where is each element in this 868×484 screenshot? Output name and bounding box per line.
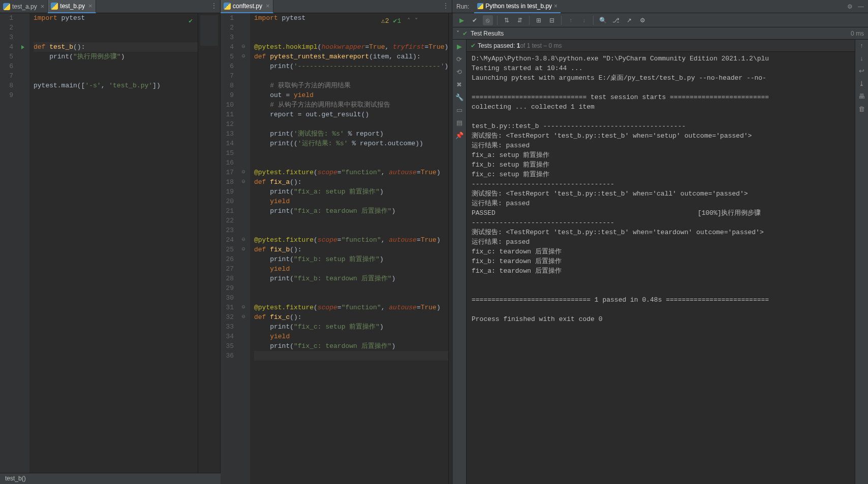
- inspection-badge[interactable]: ⚠2 ✔1 ˄ ˅: [381, 16, 418, 26]
- tab-test-a[interactable]: test_a.py ×: [0, 0, 48, 13]
- editor-minimap[interactable]: [448, 13, 453, 484]
- editor-pane-left: test_a.py × test_b.py × ⋮ 123456789 impo…: [0, 0, 221, 484]
- console-right-toolbar: ↑ ↓ ↩ ⤓ 🖶 🗑: [855, 40, 868, 484]
- rerun-button[interactable]: ▶: [456, 15, 467, 25]
- stop-icon[interactable]: ✖: [456, 81, 462, 88]
- run-sidebar: ▶ ⟳ ⟲ ✖ 🔧 ▭ ▤ 📌: [452, 40, 467, 484]
- python-file-icon: [51, 3, 58, 10]
- run-toolbar: ▶ ✔ ⦸ ⇅ ⇵ ⊞ ⊟ ↑ ↓ 🔍 ⎇ ↗ ⚙: [452, 13, 868, 27]
- expand-all-button[interactable]: ⊞: [534, 15, 544, 25]
- show-ignored-button[interactable]: ⦸: [483, 15, 493, 25]
- close-icon[interactable]: ×: [41, 3, 45, 10]
- run-config-label: Python tests in test_b.py: [485, 3, 552, 10]
- soft-wrap-icon[interactable]: ↩: [859, 67, 864, 75]
- tab-label: test_b.py: [60, 3, 85, 10]
- print-icon[interactable]: 🖶: [858, 92, 865, 100]
- python-file-icon: [3, 3, 10, 10]
- clear-all-icon[interactable]: 🗑: [858, 105, 865, 113]
- python-file-icon: [224, 3, 231, 10]
- console-wrap: ✔ Tests passed: 1 of 1 test – 0 ms D:\My…: [467, 40, 855, 484]
- scroll-down-icon[interactable]: ↓: [860, 54, 863, 62]
- tabs-left: test_a.py × test_b.py × ⋮: [0, 0, 220, 13]
- close-icon[interactable]: ×: [266, 2, 270, 10]
- import-tests-button[interactable]: ⎇: [611, 15, 621, 25]
- rerun-icon[interactable]: ▶: [457, 43, 462, 50]
- wrench-icon[interactable]: 🔧: [455, 93, 463, 101]
- prev-failed-button[interactable]: ↑: [566, 15, 576, 25]
- run-body: ▶ ⟳ ⟲ ✖ 🔧 ▭ ▤ 📌 ✔ Tests passed: 1 of 1 t…: [452, 40, 868, 484]
- console-output[interactable]: D:\MyApp\Python-3.8.8\python.exe "D:\PyC…: [467, 52, 855, 484]
- breadcrumb[interactable]: test_b(): [0, 473, 221, 484]
- minimize-icon[interactable]: —: [858, 3, 864, 10]
- test-results-header[interactable]: ˅ ✔ Test Results 0 ms: [452, 27, 868, 40]
- run-header: Run: Python tests in test_b.py × ⚙ —: [452, 0, 868, 13]
- inspection-ok-icon[interactable]: ✔: [189, 16, 193, 26]
- test-history-button[interactable]: 🔍: [598, 15, 608, 25]
- code-editor-left[interactable]: 123456789 import pytest def test_b(): pr…: [0, 13, 220, 484]
- tabs-middle: conftest.py × ⋮: [221, 0, 452, 13]
- tab-overflow-icon[interactable]: ⋮: [211, 2, 217, 9]
- tab-label: conftest.py: [233, 3, 262, 10]
- next-failed-button[interactable]: ↓: [579, 15, 589, 25]
- settings-button[interactable]: ⚙: [637, 15, 647, 25]
- chevron-down-icon: ˅: [456, 30, 459, 37]
- code-editor-middle[interactable]: 1234⊖5⊖67891011121314151617⊖18⊖192021222…: [221, 13, 452, 484]
- warning-icon: ⚠2: [381, 16, 389, 26]
- show-passed-button[interactable]: ✔: [470, 15, 480, 25]
- tab-overflow-icon[interactable]: ⋮: [443, 2, 449, 9]
- editor-minimap[interactable]: [198, 13, 220, 484]
- test-results-label: Test Results: [471, 30, 851, 37]
- run-config-tab[interactable]: Python tests in test_b.py ×: [474, 0, 561, 13]
- run-tool-window: Run: Python tests in test_b.py × ⚙ — ▶ ✔…: [452, 0, 868, 484]
- ok-icon: ✔1: [393, 16, 401, 26]
- editor-pane-middle: conftest.py × ⋮ 1234⊖5⊖67891011121314151…: [221, 0, 452, 484]
- check-icon: ✔: [471, 42, 476, 49]
- close-icon[interactable]: ×: [554, 3, 557, 10]
- pytest-icon: [477, 3, 483, 9]
- tab-test-b[interactable]: test_b.py ×: [48, 0, 96, 13]
- sort-duration-button[interactable]: ⇵: [515, 15, 525, 25]
- test-results-time: 0 ms: [851, 30, 864, 37]
- tests-passed-bar: ✔ Tests passed: 1 of 1 test – 0 ms: [467, 40, 855, 52]
- toggle-auto-test-icon[interactable]: ⟲: [456, 68, 462, 76]
- layout-icon[interactable]: ▤: [456, 119, 462, 126]
- run-label: Run:: [456, 3, 469, 10]
- scroll-to-end-icon[interactable]: ⤓: [859, 80, 864, 87]
- rerun-failed-icon[interactable]: ⟳: [456, 55, 462, 63]
- next-prev-icon[interactable]: ˄ ˅: [407, 16, 418, 26]
- dump-threads-icon[interactable]: ▭: [456, 106, 462, 114]
- gear-icon[interactable]: ⚙: [847, 3, 853, 10]
- check-icon: ✔: [462, 30, 468, 37]
- scroll-up-icon[interactable]: ↑: [860, 42, 863, 49]
- export-tests-button[interactable]: ↗: [624, 15, 634, 25]
- tab-label: test_a.py: [12, 3, 37, 10]
- collapse-all-button[interactable]: ⊟: [547, 15, 557, 25]
- close-icon[interactable]: ×: [88, 2, 92, 10]
- tab-conftest[interactable]: conftest.py ×: [221, 0, 273, 13]
- pin-icon[interactable]: 📌: [455, 132, 463, 139]
- sort-alpha-button[interactable]: ⇅: [502, 15, 512, 25]
